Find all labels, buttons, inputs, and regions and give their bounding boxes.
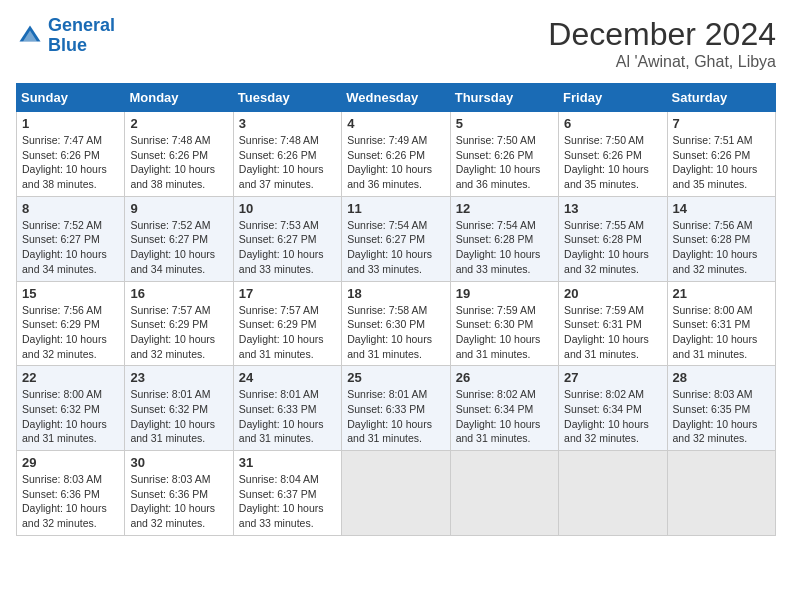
day-number: 12 [456, 201, 553, 216]
day-info: Sunrise: 8:01 AM Sunset: 6:33 PM Dayligh… [239, 387, 336, 446]
calendar-cell: 27 Sunrise: 8:02 AM Sunset: 6:34 PM Dayl… [559, 366, 667, 451]
day-number: 25 [347, 370, 444, 385]
calendar-cell: 9 Sunrise: 7:52 AM Sunset: 6:27 PM Dayli… [125, 196, 233, 281]
day-number: 13 [564, 201, 661, 216]
calendar-dow-friday: Friday [559, 84, 667, 112]
calendar-cell: 12 Sunrise: 7:54 AM Sunset: 6:28 PM Dayl… [450, 196, 558, 281]
calendar-cell: 16 Sunrise: 7:57 AM Sunset: 6:29 PM Dayl… [125, 281, 233, 366]
day-info: Sunrise: 8:00 AM Sunset: 6:32 PM Dayligh… [22, 387, 119, 446]
calendar-dow-tuesday: Tuesday [233, 84, 341, 112]
logo: General Blue [16, 16, 115, 56]
day-number: 16 [130, 286, 227, 301]
day-info: Sunrise: 8:03 AM Sunset: 6:36 PM Dayligh… [22, 472, 119, 531]
day-number: 31 [239, 455, 336, 470]
day-info: Sunrise: 7:58 AM Sunset: 6:30 PM Dayligh… [347, 303, 444, 362]
calendar-cell: 31 Sunrise: 8:04 AM Sunset: 6:37 PM Dayl… [233, 451, 341, 536]
day-number: 29 [22, 455, 119, 470]
day-info: Sunrise: 7:52 AM Sunset: 6:27 PM Dayligh… [130, 218, 227, 277]
calendar-week-5: 29 Sunrise: 8:03 AM Sunset: 6:36 PM Dayl… [17, 451, 776, 536]
calendar-week-4: 22 Sunrise: 8:00 AM Sunset: 6:32 PM Dayl… [17, 366, 776, 451]
day-info: Sunrise: 8:00 AM Sunset: 6:31 PM Dayligh… [673, 303, 770, 362]
day-info: Sunrise: 7:48 AM Sunset: 6:26 PM Dayligh… [130, 133, 227, 192]
day-info: Sunrise: 8:02 AM Sunset: 6:34 PM Dayligh… [456, 387, 553, 446]
day-info: Sunrise: 7:57 AM Sunset: 6:29 PM Dayligh… [130, 303, 227, 362]
day-number: 27 [564, 370, 661, 385]
subtitle: Al 'Awinat, Ghat, Libya [548, 53, 776, 71]
day-info: Sunrise: 7:48 AM Sunset: 6:26 PM Dayligh… [239, 133, 336, 192]
calendar-cell: 20 Sunrise: 7:59 AM Sunset: 6:31 PM Dayl… [559, 281, 667, 366]
day-info: Sunrise: 8:03 AM Sunset: 6:36 PM Dayligh… [130, 472, 227, 531]
calendar-table: SundayMondayTuesdayWednesdayThursdayFrid… [16, 83, 776, 536]
logo-line2: Blue [48, 35, 87, 55]
day-info: Sunrise: 7:50 AM Sunset: 6:26 PM Dayligh… [456, 133, 553, 192]
day-number: 6 [564, 116, 661, 131]
calendar-cell: 15 Sunrise: 7:56 AM Sunset: 6:29 PM Dayl… [17, 281, 125, 366]
day-number: 28 [673, 370, 770, 385]
calendar-cell: 21 Sunrise: 8:00 AM Sunset: 6:31 PM Dayl… [667, 281, 775, 366]
calendar-cell [450, 451, 558, 536]
day-info: Sunrise: 8:03 AM Sunset: 6:35 PM Dayligh… [673, 387, 770, 446]
day-number: 4 [347, 116, 444, 131]
day-info: Sunrise: 7:57 AM Sunset: 6:29 PM Dayligh… [239, 303, 336, 362]
calendar-cell: 26 Sunrise: 8:02 AM Sunset: 6:34 PM Dayl… [450, 366, 558, 451]
day-info: Sunrise: 7:56 AM Sunset: 6:29 PM Dayligh… [22, 303, 119, 362]
day-info: Sunrise: 7:53 AM Sunset: 6:27 PM Dayligh… [239, 218, 336, 277]
calendar-cell: 28 Sunrise: 8:03 AM Sunset: 6:35 PM Dayl… [667, 366, 775, 451]
day-number: 17 [239, 286, 336, 301]
calendar-cell: 10 Sunrise: 7:53 AM Sunset: 6:27 PM Dayl… [233, 196, 341, 281]
calendar-header-row: SundayMondayTuesdayWednesdayThursdayFrid… [17, 84, 776, 112]
logo-line1: General [48, 15, 115, 35]
day-number: 23 [130, 370, 227, 385]
calendar-cell: 8 Sunrise: 7:52 AM Sunset: 6:27 PM Dayli… [17, 196, 125, 281]
day-number: 20 [564, 286, 661, 301]
title-block: December 2024 Al 'Awinat, Ghat, Libya [548, 16, 776, 71]
day-info: Sunrise: 7:56 AM Sunset: 6:28 PM Dayligh… [673, 218, 770, 277]
calendar-week-2: 8 Sunrise: 7:52 AM Sunset: 6:27 PM Dayli… [17, 196, 776, 281]
calendar-cell: 22 Sunrise: 8:00 AM Sunset: 6:32 PM Dayl… [17, 366, 125, 451]
day-number: 5 [456, 116, 553, 131]
main-title: December 2024 [548, 16, 776, 53]
day-number: 7 [673, 116, 770, 131]
day-number: 1 [22, 116, 119, 131]
calendar-cell: 13 Sunrise: 7:55 AM Sunset: 6:28 PM Dayl… [559, 196, 667, 281]
day-info: Sunrise: 8:01 AM Sunset: 6:33 PM Dayligh… [347, 387, 444, 446]
logo-text: General Blue [48, 16, 115, 56]
calendar-dow-sunday: Sunday [17, 84, 125, 112]
calendar-cell: 5 Sunrise: 7:50 AM Sunset: 6:26 PM Dayli… [450, 112, 558, 197]
day-number: 14 [673, 201, 770, 216]
day-number: 22 [22, 370, 119, 385]
day-info: Sunrise: 7:49 AM Sunset: 6:26 PM Dayligh… [347, 133, 444, 192]
day-info: Sunrise: 8:02 AM Sunset: 6:34 PM Dayligh… [564, 387, 661, 446]
day-number: 30 [130, 455, 227, 470]
calendar-cell: 3 Sunrise: 7:48 AM Sunset: 6:26 PM Dayli… [233, 112, 341, 197]
day-info: Sunrise: 7:54 AM Sunset: 6:28 PM Dayligh… [456, 218, 553, 277]
day-info: Sunrise: 7:54 AM Sunset: 6:27 PM Dayligh… [347, 218, 444, 277]
day-number: 8 [22, 201, 119, 216]
calendar-cell: 24 Sunrise: 8:01 AM Sunset: 6:33 PM Dayl… [233, 366, 341, 451]
calendar-cell: 1 Sunrise: 7:47 AM Sunset: 6:26 PM Dayli… [17, 112, 125, 197]
calendar-week-1: 1 Sunrise: 7:47 AM Sunset: 6:26 PM Dayli… [17, 112, 776, 197]
day-number: 9 [130, 201, 227, 216]
calendar-cell: 6 Sunrise: 7:50 AM Sunset: 6:26 PM Dayli… [559, 112, 667, 197]
day-info: Sunrise: 7:55 AM Sunset: 6:28 PM Dayligh… [564, 218, 661, 277]
day-number: 15 [22, 286, 119, 301]
day-number: 21 [673, 286, 770, 301]
day-number: 10 [239, 201, 336, 216]
day-info: Sunrise: 8:01 AM Sunset: 6:32 PM Dayligh… [130, 387, 227, 446]
calendar-cell: 11 Sunrise: 7:54 AM Sunset: 6:27 PM Dayl… [342, 196, 450, 281]
day-info: Sunrise: 7:50 AM Sunset: 6:26 PM Dayligh… [564, 133, 661, 192]
calendar-dow-wednesday: Wednesday [342, 84, 450, 112]
calendar-cell [342, 451, 450, 536]
calendar-dow-monday: Monday [125, 84, 233, 112]
calendar-cell: 30 Sunrise: 8:03 AM Sunset: 6:36 PM Dayl… [125, 451, 233, 536]
calendar-week-3: 15 Sunrise: 7:56 AM Sunset: 6:29 PM Dayl… [17, 281, 776, 366]
calendar-dow-thursday: Thursday [450, 84, 558, 112]
day-info: Sunrise: 7:59 AM Sunset: 6:30 PM Dayligh… [456, 303, 553, 362]
calendar-cell: 7 Sunrise: 7:51 AM Sunset: 6:26 PM Dayli… [667, 112, 775, 197]
calendar-cell: 4 Sunrise: 7:49 AM Sunset: 6:26 PM Dayli… [342, 112, 450, 197]
calendar-cell: 14 Sunrise: 7:56 AM Sunset: 6:28 PM Dayl… [667, 196, 775, 281]
calendar-cell: 2 Sunrise: 7:48 AM Sunset: 6:26 PM Dayli… [125, 112, 233, 197]
day-number: 11 [347, 201, 444, 216]
logo-icon [16, 22, 44, 50]
calendar-cell: 17 Sunrise: 7:57 AM Sunset: 6:29 PM Dayl… [233, 281, 341, 366]
